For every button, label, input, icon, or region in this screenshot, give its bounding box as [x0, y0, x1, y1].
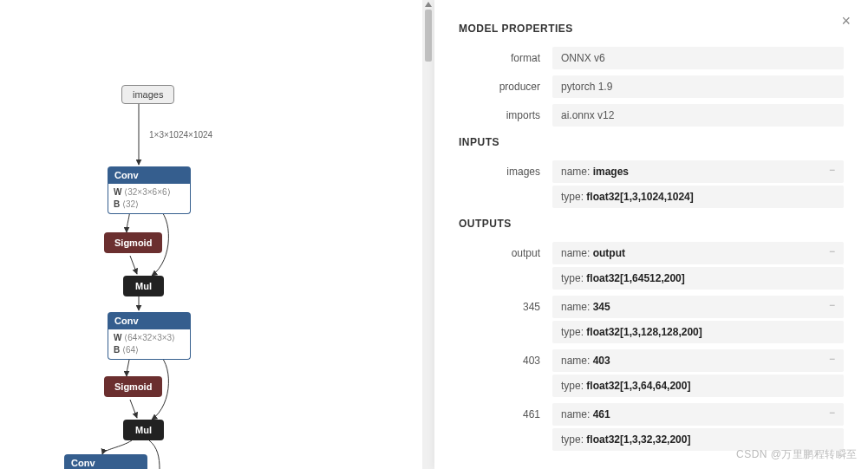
node-conv-3[interactable]: Conv: [64, 454, 147, 469]
outputs-title: OUTPUTS: [459, 218, 844, 230]
properties-panel: × MODEL PROPERTIES format ONNX v6 produc…: [434, 0, 868, 469]
edge-shape-label: 1×3×1024×1024: [149, 130, 212, 140]
prop-value: ONNX v6: [552, 47, 844, 69]
node-label: Mul: [135, 281, 152, 291]
vertical-scrollbar[interactable]: [422, 0, 434, 469]
scroll-up-arrow-icon[interactable]: [425, 2, 432, 7]
node-label: Mul: [135, 425, 152, 435]
prop-label: format: [459, 47, 552, 64]
prop-label: imports: [459, 104, 552, 121]
io-label: output: [459, 242, 552, 259]
node-conv-2[interactable]: Conv W ⟨64×32×3×3⟩ B ⟨64⟩: [108, 312, 191, 360]
io-row-output: output name: output− type: float32[1,645…: [459, 242, 844, 292]
prop-row-producer: producer pytorch 1.9: [459, 75, 844, 101]
node-label: Sigmoid: [114, 238, 152, 248]
node-mul-1[interactable]: Mul: [123, 276, 164, 296]
graph-canvas[interactable]: images 1×3×1024×1024 Conv W ⟨32×3×6×6⟩ B…: [0, 0, 422, 469]
io-label: 403: [459, 349, 552, 367]
node-label: images: [133, 89, 163, 100]
node-body: W ⟨32×3×6×6⟩ B ⟨32⟩: [108, 184, 191, 214]
node-body: W ⟨64×32×3×3⟩ B ⟨64⟩: [108, 329, 191, 360]
inputs-title: INPUTS: [459, 136, 844, 148]
io-label: images: [459, 160, 552, 178]
node-label: Sigmoid: [114, 381, 152, 392]
io-label: 461: [459, 403, 552, 420]
io-row-345: 345 name: 345− type: float32[1,3,128,128…: [459, 296, 844, 346]
close-icon[interactable]: ×: [841, 12, 851, 30]
prop-row-format: format ONNX v6: [459, 47, 844, 72]
panel-title: MODEL PROPERTIES: [459, 23, 844, 35]
io-name[interactable]: name: 403−: [552, 349, 844, 372]
node-title: Conv: [108, 312, 191, 329]
io-name[interactable]: name: 345−: [552, 296, 844, 318]
io-row-403: 403 name: 403− type: float32[1,3,64,64,2…: [459, 349, 844, 400]
node-mul-2[interactable]: Mul: [123, 420, 164, 440]
prop-value: ai.onnx v12: [552, 104, 844, 127]
io-name[interactable]: name: images−: [552, 160, 844, 183]
io-type: type: float32[1,3,64,64,200]: [552, 375, 844, 397]
io-type: type: float32[1,3,128,128,200]: [552, 321, 844, 343]
node-input-images[interactable]: images: [121, 85, 174, 104]
io-row-461: 461 name: 461− type: float32[1,3,32,32,2…: [459, 403, 844, 453]
prop-label: producer: [459, 75, 552, 93]
io-label: 345: [459, 296, 552, 313]
node-sigmoid-1[interactable]: Sigmoid: [104, 232, 162, 253]
prop-value: pytorch 1.9: [552, 75, 844, 98]
io-type: type: float32[1,3,1024,1024]: [552, 186, 844, 208]
node-conv-1[interactable]: Conv W ⟨32×3×6×6⟩ B ⟨32⟩: [108, 166, 191, 214]
prop-row-imports: imports ai.onnx v12: [459, 104, 844, 129]
scroll-thumb[interactable]: [425, 10, 432, 62]
io-name[interactable]: name: output−: [552, 242, 844, 264]
watermark: CSDN @万里鹏程转瞬至: [736, 447, 858, 462]
node-sigmoid-2[interactable]: Sigmoid: [104, 376, 162, 397]
io-type: type: float32[1,64512,200]: [552, 267, 844, 290]
node-title: Conv: [64, 454, 147, 469]
io-row-images: images name: images− type: float32[1,3,1…: [459, 160, 844, 211]
node-title: Conv: [108, 166, 191, 184]
io-name[interactable]: name: 461−: [552, 403, 844, 426]
